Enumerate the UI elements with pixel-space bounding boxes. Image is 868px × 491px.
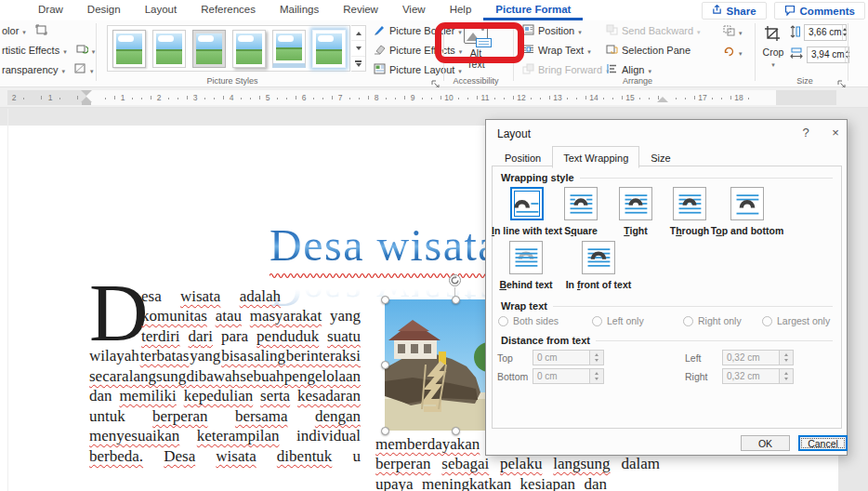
misspelled-word: berperan	[375, 455, 430, 473]
gallery-more-button[interactable]	[351, 57, 365, 71]
dialog-tab-text-wrapping[interactable]: Text Wrapping	[552, 146, 639, 168]
selection-handle[interactable]	[381, 427, 389, 435]
gallery-scroll-up-button[interactable]	[351, 26, 365, 41]
ransparency-button[interactable]: ransparency	[2, 62, 94, 76]
ruler-tick	[204, 98, 205, 100]
ruler-number: 7	[338, 93, 343, 102]
tab-references[interactable]: References	[189, 0, 268, 20]
dialog-help-button[interactable]: ?	[795, 125, 817, 141]
tab-layout[interactable]: Layout	[133, 0, 190, 20]
tab-help[interactable]: Help	[438, 0, 484, 20]
annotation-highlight-rectangle	[435, 22, 524, 63]
ruler-number: 15	[625, 93, 634, 102]
misspelled-word: upaya	[375, 475, 414, 491]
wrap-style-label: Tight	[624, 225, 647, 236]
ok-button[interactable]: OK	[741, 435, 790, 451]
picture-style-thumbnail[interactable]	[272, 30, 306, 68]
distance-label: Left	[685, 352, 722, 364]
selection-handle[interactable]	[381, 296, 389, 304]
misspelled-word: wisata	[180, 287, 220, 306]
text-line: upayameningkatkankesiapandan	[375, 475, 607, 491]
cancel-button[interactable]: Cancel	[798, 435, 848, 451]
rotate-objects-button[interactable]	[723, 45, 743, 59]
misspelled-word: memiliki	[119, 387, 176, 405]
align-button[interactable]: Align	[606, 62, 651, 76]
collapse-ribbon-button[interactable]	[853, 74, 864, 82]
selection-handle[interactable]	[381, 361, 389, 369]
height-stepper[interactable]	[842, 25, 847, 40]
tab-mailings[interactable]: Mailings	[268, 0, 331, 20]
misspelled-word: berperan	[152, 407, 207, 426]
ruler-tick	[540, 98, 541, 100]
share-icon	[712, 5, 722, 17]
group-separator	[848, 23, 848, 81]
text-line: danmemilikikepeduliansertakesadaran	[89, 387, 361, 405]
dialog-tab-position[interactable]: Position	[493, 149, 552, 168]
picture-style-thumbnail[interactable]	[112, 30, 146, 68]
gallery-scroll-down-button[interactable]	[351, 41, 365, 56]
stepper-down-icon	[784, 359, 788, 362]
ruler-tick	[313, 98, 314, 100]
wrap-style-icon	[582, 241, 615, 274]
rtistic-effects-button[interactable]: rtistic Effects	[2, 43, 95, 57]
ruler-tick	[395, 98, 396, 100]
wrap-style-label: In front of text	[566, 279, 632, 290]
wrap-style-behind-text[interactable]: Behind text	[486, 241, 566, 290]
distance-section-label: Distance from text	[501, 335, 833, 346]
word: u	[352, 447, 361, 466]
selection-handle[interactable]	[452, 296, 460, 304]
ruler-tick	[694, 96, 695, 100]
dialog-close-button[interactable]: ×	[824, 125, 847, 141]
wrap-style-top-and-bottom[interactable]: Top and bottom	[707, 187, 787, 236]
width-field[interactable]: 3,94 cm	[807, 46, 849, 63]
tab-view[interactable]: View	[390, 0, 438, 20]
stepper-down-icon	[784, 378, 788, 380]
position-button[interactable]: Position	[522, 23, 582, 37]
dialog-tab-size[interactable]: Size	[639, 149, 681, 168]
size-dialog-launcher[interactable]	[837, 75, 848, 86]
thumbnail-image	[316, 33, 342, 64]
dialog-tab-page: Wrapping style In line with textSquareTi…	[492, 166, 842, 429]
picture-layout-button[interactable]: Picture Layout	[374, 62, 462, 76]
ruler-tick	[368, 96, 369, 100]
align-label: Align	[622, 64, 644, 75]
ruler-edge-line	[7, 109, 8, 491]
ruler-tick	[178, 98, 178, 100]
share-button[interactable]: Share	[702, 2, 767, 20]
comments-button[interactable]: Comments	[774, 2, 865, 20]
selection-handle[interactable]	[452, 427, 460, 435]
olor-button[interactable]: olor	[2, 23, 47, 37]
picture-style-thumbnail[interactable]	[312, 30, 346, 68]
tab-picture-format[interactable]: Picture Format	[483, 0, 583, 20]
selection-pane-button[interactable]: Selection Pane	[606, 43, 690, 57]
picture-styles-gallery[interactable]	[107, 25, 350, 72]
left-indent-marker[interactable]	[82, 102, 91, 105]
group-objects-button[interactable]	[723, 24, 743, 38]
word: dan	[584, 475, 607, 491]
picture-style-thumbnail[interactable]	[232, 30, 266, 68]
radio-label: Right only	[698, 315, 742, 326]
misspelled-word: terdiri	[141, 327, 180, 346]
wrap-text-button[interactable]: Wrap Text	[522, 43, 591, 57]
dropdown-chevron-icon	[697, 25, 701, 36]
radio-label: Largest only	[777, 315, 830, 326]
word: dalam	[621, 455, 660, 473]
text-line: menyesuaikanketerampilanindividual	[89, 427, 361, 445]
crop-button[interactable]: Crop	[758, 22, 788, 84]
rtistic-effects-icon	[76, 44, 88, 57]
ruler-tick	[477, 96, 478, 100]
picture-layout-icon	[374, 63, 386, 76]
picture-style-thumbnail[interactable]	[152, 30, 186, 68]
tab-draw[interactable]: Draw	[26, 0, 75, 20]
wrap-style-icon	[510, 187, 544, 220]
ruler-tick	[494, 98, 495, 100]
height-field[interactable]: 3,66 cm	[804, 24, 847, 41]
wrap-style-in-front-of-text[interactable]: In front of text	[559, 241, 638, 290]
picture-style-thumbnail[interactable]	[192, 30, 226, 68]
rotation-handle[interactable]	[449, 274, 461, 286]
misspelled-word: dibawah	[186, 367, 240, 386]
olor-label: olor	[2, 25, 19, 36]
tab-design[interactable]: Design	[75, 0, 133, 20]
group-separator	[96, 23, 97, 81]
tab-review[interactable]: Review	[331, 0, 390, 20]
